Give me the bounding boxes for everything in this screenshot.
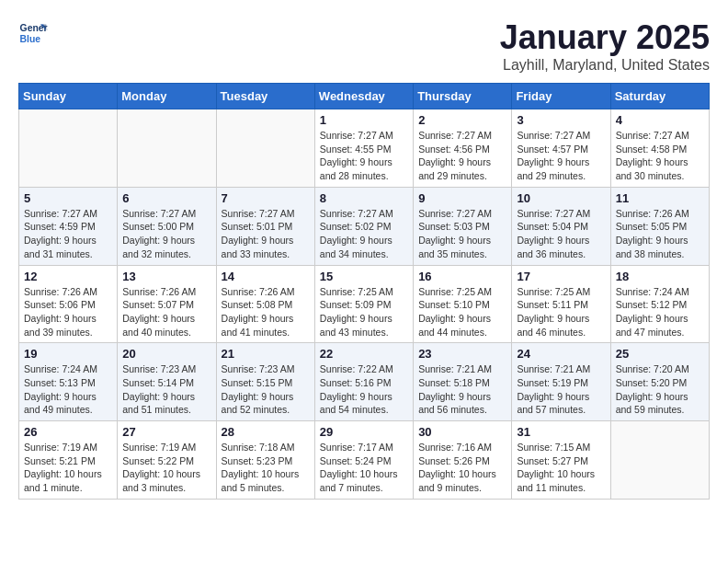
day-info: Sunrise: 7:20 AM Sunset: 5:20 PM Dayligh… xyxy=(616,362,704,417)
day-number: 28 xyxy=(222,425,310,439)
day-number: 25 xyxy=(616,347,704,361)
day-info: Sunrise: 7:25 AM Sunset: 5:11 PM Dayligh… xyxy=(517,285,605,339)
day-number: 3 xyxy=(517,113,605,127)
day-number: 13 xyxy=(122,270,210,283)
day-number: 9 xyxy=(418,191,506,205)
day-cell-18: 18Sunrise: 7:24 AM Sunset: 5:12 PM Dayli… xyxy=(610,265,709,343)
day-cell-6: 6Sunrise: 7:27 AM Sunset: 5:00 PM Daylig… xyxy=(118,187,216,265)
day-info: Sunrise: 7:27 AM Sunset: 4:58 PM Dayligh… xyxy=(616,129,704,183)
day-info: Sunrise: 7:19 AM Sunset: 5:22 PM Dayligh… xyxy=(122,441,210,495)
day-number: 15 xyxy=(320,270,408,283)
day-info: Sunrise: 7:27 AM Sunset: 5:02 PM Dayligh… xyxy=(320,207,408,261)
day-number: 5 xyxy=(24,191,112,205)
logo-icon: General Blue xyxy=(18,18,48,48)
day-cell-31: 31Sunrise: 7:15 AM Sunset: 5:27 PM Dayli… xyxy=(512,421,610,500)
day-cell-30: 30Sunrise: 7:16 AM Sunset: 5:26 PM Dayli… xyxy=(414,421,512,500)
day-info: Sunrise: 7:27 AM Sunset: 5:04 PM Dayligh… xyxy=(517,207,605,261)
day-info: Sunrise: 7:27 AM Sunset: 4:55 PM Dayligh… xyxy=(320,129,408,183)
day-info: Sunrise: 7:16 AM Sunset: 5:26 PM Dayligh… xyxy=(418,441,506,495)
title-block: January 2025 Layhill, Maryland, United S… xyxy=(500,18,710,74)
weekday-header-wednesday: Wednesday xyxy=(314,84,413,109)
day-info: Sunrise: 7:26 AM Sunset: 5:06 PM Dayligh… xyxy=(24,285,112,339)
day-cell-8: 8Sunrise: 7:27 AM Sunset: 5:02 PM Daylig… xyxy=(314,187,413,265)
week-row-4: 19Sunrise: 7:24 AM Sunset: 5:13 PM Dayli… xyxy=(19,343,710,421)
day-cell-20: 20Sunrise: 7:23 AM Sunset: 5:14 PM Dayli… xyxy=(118,343,216,421)
day-cell-16: 16Sunrise: 7:25 AM Sunset: 5:10 PM Dayli… xyxy=(414,265,512,343)
logo: General Blue xyxy=(18,18,48,48)
day-number: 30 xyxy=(418,425,506,439)
empty-cell xyxy=(610,421,709,500)
day-cell-1: 1Sunrise: 7:27 AM Sunset: 4:55 PM Daylig… xyxy=(314,109,413,188)
day-number: 22 xyxy=(320,347,408,361)
day-number: 23 xyxy=(418,347,506,361)
day-info: Sunrise: 7:25 AM Sunset: 5:09 PM Dayligh… xyxy=(320,285,408,339)
day-info: Sunrise: 7:24 AM Sunset: 5:12 PM Dayligh… xyxy=(616,285,704,339)
weekday-header-saturday: Saturday xyxy=(610,84,709,109)
day-cell-19: 19Sunrise: 7:24 AM Sunset: 5:13 PM Dayli… xyxy=(19,343,118,421)
day-number: 19 xyxy=(24,347,112,361)
day-cell-4: 4Sunrise: 7:27 AM Sunset: 4:58 PM Daylig… xyxy=(610,109,709,188)
page-header: General Blue January 2025 Layhill, Maryl… xyxy=(18,18,710,74)
day-info: Sunrise: 7:21 AM Sunset: 5:18 PM Dayligh… xyxy=(418,362,506,417)
location: Layhill, Maryland, United States xyxy=(500,57,710,74)
day-cell-25: 25Sunrise: 7:20 AM Sunset: 5:20 PM Dayli… xyxy=(610,343,709,421)
day-number: 29 xyxy=(320,425,408,439)
day-info: Sunrise: 7:18 AM Sunset: 5:23 PM Dayligh… xyxy=(222,441,310,495)
day-cell-22: 22Sunrise: 7:22 AM Sunset: 5:16 PM Dayli… xyxy=(314,343,413,421)
calendar: SundayMondayTuesdayWednesdayThursdayFrid… xyxy=(18,83,710,500)
day-number: 8 xyxy=(320,191,408,205)
day-cell-15: 15Sunrise: 7:25 AM Sunset: 5:09 PM Dayli… xyxy=(314,265,413,343)
day-number: 27 xyxy=(122,425,210,439)
day-info: Sunrise: 7:23 AM Sunset: 5:14 PM Dayligh… xyxy=(122,362,210,417)
day-info: Sunrise: 7:17 AM Sunset: 5:24 PM Dayligh… xyxy=(320,441,408,495)
day-cell-27: 27Sunrise: 7:19 AM Sunset: 5:22 PM Dayli… xyxy=(118,421,216,500)
weekday-header-monday: Monday xyxy=(118,84,216,109)
day-number: 26 xyxy=(24,425,112,439)
day-number: 11 xyxy=(616,191,704,205)
day-number: 4 xyxy=(616,113,704,127)
day-info: Sunrise: 7:27 AM Sunset: 4:56 PM Dayligh… xyxy=(418,129,506,183)
day-info: Sunrise: 7:27 AM Sunset: 4:59 PM Dayligh… xyxy=(24,207,112,261)
week-row-5: 26Sunrise: 7:19 AM Sunset: 5:21 PM Dayli… xyxy=(19,421,710,500)
day-info: Sunrise: 7:27 AM Sunset: 5:03 PM Dayligh… xyxy=(418,207,506,261)
day-cell-7: 7Sunrise: 7:27 AM Sunset: 5:01 PM Daylig… xyxy=(216,187,314,265)
day-cell-28: 28Sunrise: 7:18 AM Sunset: 5:23 PM Dayli… xyxy=(216,421,314,500)
day-cell-9: 9Sunrise: 7:27 AM Sunset: 5:03 PM Daylig… xyxy=(414,187,512,265)
month-title: January 2025 xyxy=(500,18,710,57)
day-cell-21: 21Sunrise: 7:23 AM Sunset: 5:15 PM Dayli… xyxy=(216,343,314,421)
day-number: 16 xyxy=(418,270,506,283)
day-info: Sunrise: 7:26 AM Sunset: 5:05 PM Dayligh… xyxy=(616,207,704,261)
day-cell-29: 29Sunrise: 7:17 AM Sunset: 5:24 PM Dayli… xyxy=(314,421,413,500)
svg-text:Blue: Blue xyxy=(20,34,41,44)
day-info: Sunrise: 7:21 AM Sunset: 5:19 PM Dayligh… xyxy=(517,362,605,417)
day-info: Sunrise: 7:26 AM Sunset: 5:07 PM Dayligh… xyxy=(122,285,210,339)
empty-cell xyxy=(19,109,118,188)
day-info: Sunrise: 7:27 AM Sunset: 4:57 PM Dayligh… xyxy=(517,129,605,183)
day-cell-11: 11Sunrise: 7:26 AM Sunset: 5:05 PM Dayli… xyxy=(610,187,709,265)
day-cell-14: 14Sunrise: 7:26 AM Sunset: 5:08 PM Dayli… xyxy=(216,265,314,343)
day-number: 2 xyxy=(418,113,506,127)
day-cell-2: 2Sunrise: 7:27 AM Sunset: 4:56 PM Daylig… xyxy=(414,109,512,188)
day-number: 24 xyxy=(517,347,605,361)
weekday-header-sunday: Sunday xyxy=(19,84,118,109)
day-number: 18 xyxy=(616,270,704,283)
day-cell-3: 3Sunrise: 7:27 AM Sunset: 4:57 PM Daylig… xyxy=(512,109,610,188)
day-cell-5: 5Sunrise: 7:27 AM Sunset: 4:59 PM Daylig… xyxy=(19,187,118,265)
day-info: Sunrise: 7:23 AM Sunset: 5:15 PM Dayligh… xyxy=(222,362,310,417)
day-number: 20 xyxy=(122,347,210,361)
day-info: Sunrise: 7:19 AM Sunset: 5:21 PM Dayligh… xyxy=(24,441,112,495)
day-cell-23: 23Sunrise: 7:21 AM Sunset: 5:18 PM Dayli… xyxy=(414,343,512,421)
day-number: 14 xyxy=(222,270,310,283)
weekday-header-row: SundayMondayTuesdayWednesdayThursdayFrid… xyxy=(19,84,710,109)
week-row-2: 5Sunrise: 7:27 AM Sunset: 4:59 PM Daylig… xyxy=(19,187,710,265)
day-cell-24: 24Sunrise: 7:21 AM Sunset: 5:19 PM Dayli… xyxy=(512,343,610,421)
day-number: 10 xyxy=(517,191,605,205)
weekday-header-friday: Friday xyxy=(512,84,610,109)
day-cell-17: 17Sunrise: 7:25 AM Sunset: 5:11 PM Dayli… xyxy=(512,265,610,343)
week-row-1: 1Sunrise: 7:27 AM Sunset: 4:55 PM Daylig… xyxy=(19,109,710,188)
weekday-header-tuesday: Tuesday xyxy=(216,84,314,109)
day-number: 6 xyxy=(122,191,210,205)
day-info: Sunrise: 7:27 AM Sunset: 5:00 PM Dayligh… xyxy=(122,207,210,261)
day-cell-12: 12Sunrise: 7:26 AM Sunset: 5:06 PM Dayli… xyxy=(19,265,118,343)
day-info: Sunrise: 7:24 AM Sunset: 5:13 PM Dayligh… xyxy=(24,362,112,417)
